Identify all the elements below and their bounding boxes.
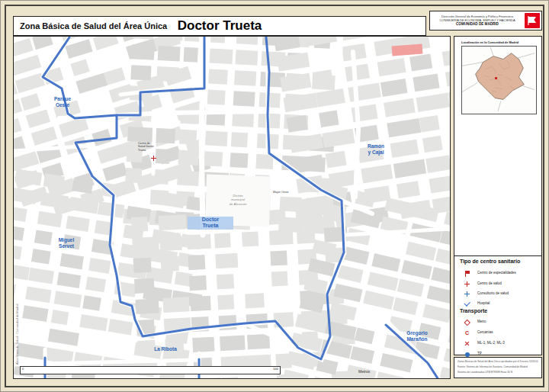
note-line: Fuente: Sistema de Información Sanitaria… [458,365,538,368]
map-canvas: Parque Oeste Ramón y Cajal Miguel Servet… [13,36,451,379]
agency-line3: COMUNIDAD DE MADRID [430,22,525,27]
legend-item: Metro [454,318,541,326]
highlighted-block [392,44,423,56]
page-title: Doctor Trueta [14,18,425,34]
zone-label-miguel-servet: Miguel Servet [48,237,85,249]
legend-label: Centro de especialidades [477,271,516,275]
notes-box: Zonas Básicas de Salud del Área Única ap… [454,357,542,378]
legend-label: Hospital [477,301,490,305]
agency-box: Dirección General de Economía y Política… [429,11,542,31]
map-sheet: Zona Básica de Salud del Área Única Doct… [0,0,549,392]
legend-label: Cercanías [477,330,493,334]
health-legend-title: Tipo de centro sanitario [460,259,520,264]
check-icon [464,300,470,307]
zone-label-doctor-trueta: Doctor Trueta [188,217,233,230]
legend-label: ML-1; ML-2; ML-3 [477,341,505,345]
note-line: Zonas Básicas de Salud del Área Única ap… [458,360,538,363]
comunidad-de-madrid-flag-icon [525,13,540,28]
transport-legend-title: Transporte [460,308,487,313]
cross-icon [464,281,470,288]
locator-inset-map [461,46,537,114]
health-center-label: Centro de Salud Doctor Trueta [138,142,167,152]
note-line: Sistema de coordenadas UTM ETRS89 Huso 3… [458,371,538,374]
legend-item: Centro de especialidades [454,269,541,278]
zone-label-ramon-y-cajal: Ramón y Cajal [357,143,395,155]
metro-diamond-icon [464,319,470,326]
legend-sidebar: Localización en la Comunidad de Madrid [454,36,542,355]
flag-icon [464,270,470,277]
legend-item: C Cercanías [454,329,541,337]
street-map [14,37,450,378]
district-note: Distrito municipal de Alcorcón [221,194,255,206]
health-center-marker-icon [151,156,156,161]
cross-icon [464,291,470,297]
legend-item: Centro de salud [454,280,541,288]
zone-label-la-ribota: La Ribota [145,346,186,352]
divider [454,255,541,256]
zone-marker [495,77,497,79]
legend-label: Centro de salud [477,281,502,285]
legend-label: TP [477,352,482,355]
scale-units: Metros [358,369,370,374]
x-icon [464,340,470,347]
scale-end: 500 [273,367,278,371]
margin-note: Área Única de Salud · Comunidad de Madri… [15,304,19,365]
street-label: Mayor Oeste [273,191,289,194]
madrid-region-map [462,47,535,112]
scale-start: 0 [22,367,24,371]
legend-label: Consultorio de salud [477,291,509,295]
legend-item: Consultorio de salud [454,290,541,298]
cercanias-icon: C [464,329,470,336]
header-bar: Zona Básica de Salud del Área Única Doct… [13,16,426,36]
zone-label-parque-oeste: Parque Oeste [44,96,81,108]
agency-text: Dirección General de Economía y Política… [430,14,525,27]
legend-label: Metro [477,320,486,323]
inset-title: Localización en la Comunidad de Madrid [461,40,518,44]
legend-item: ML-1; ML-2; ML-3 [454,339,541,348]
zone-label-gregorio-maranon: Gregorio Marañón [396,330,438,342]
scale-bar: 0 500 [20,366,281,374]
legend-item: Hospital [454,300,541,308]
